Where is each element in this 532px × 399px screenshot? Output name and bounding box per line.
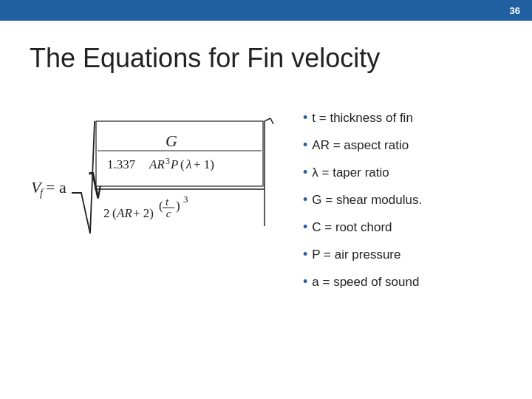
bullet-dot: • xyxy=(303,108,307,128)
bullet-item: • P = air pressure xyxy=(303,245,502,265)
svg-text:c: c xyxy=(166,208,171,219)
svg-text:= a: = a xyxy=(46,178,66,197)
bullet-item: • C = root chord xyxy=(303,217,502,237)
bullet-dot: • xyxy=(303,190,307,210)
svg-text:3: 3 xyxy=(183,194,188,205)
svg-text:+ 2): + 2) xyxy=(133,206,154,220)
bullet-dot: • xyxy=(303,163,307,183)
svg-text:(: ( xyxy=(180,157,185,171)
svg-text:f: f xyxy=(40,188,44,199)
svg-text:(: ( xyxy=(159,199,163,213)
svg-text:P: P xyxy=(170,157,178,171)
bullet-item: • G = shear modulus. xyxy=(303,190,502,210)
svg-text:2: 2 xyxy=(103,206,110,220)
svg-text:λ: λ xyxy=(185,157,191,171)
svg-text:3: 3 xyxy=(166,156,170,166)
svg-text:+ 1): + 1) xyxy=(194,157,214,171)
slide-content: The Equations for Fin velocity V f = a √… xyxy=(0,21,532,307)
svg-line-26 xyxy=(265,118,270,121)
svg-text:AR: AR xyxy=(149,157,165,171)
bullet-text: P = air pressure xyxy=(312,245,400,265)
bullet-dot: • xyxy=(303,135,307,155)
svg-text:1.337: 1.337 xyxy=(107,157,136,171)
bullet-dot: • xyxy=(303,272,307,292)
slide-title: The Equations for Fin velocity xyxy=(30,43,502,74)
svg-text:): ) xyxy=(176,199,180,213)
header-bar: 36 xyxy=(0,0,532,21)
bullet-text: a = speed of sound xyxy=(312,273,419,292)
bullet-text: G = shear modulus. xyxy=(312,191,422,210)
svg-rect-5 xyxy=(96,121,263,186)
bullet-text: C = root chord xyxy=(312,218,392,237)
bullet-item: • a = speed of sound xyxy=(303,272,502,292)
bullet-text: AR = aspect ratio xyxy=(312,136,409,155)
bullet-dot: • xyxy=(303,245,307,265)
bullet-item: • t = thickness of fin xyxy=(303,108,502,128)
main-area: V f = a √ G 1.337 AR 3 P xyxy=(30,100,502,292)
bullet-item: • λ = taper ratio xyxy=(303,163,502,183)
formula-area: V f = a √ G 1.337 AR 3 P xyxy=(30,100,281,278)
bullet-text: λ = taper ratio xyxy=(312,163,389,183)
formula-svg: V f = a √ G 1.337 AR 3 P xyxy=(30,108,281,270)
svg-line-27 xyxy=(270,118,273,124)
bullet-item: • AR = aspect ratio xyxy=(303,135,502,155)
bullet-dot: • xyxy=(303,217,307,237)
svg-text:AR: AR xyxy=(116,206,132,220)
bullets-list: • t = thickness of fin • AR = aspect rat… xyxy=(303,100,502,292)
svg-text:t: t xyxy=(166,196,169,208)
svg-text:G: G xyxy=(166,132,177,150)
bullet-text: t = thickness of fin xyxy=(312,109,413,128)
slide-number: 36 xyxy=(510,5,520,16)
